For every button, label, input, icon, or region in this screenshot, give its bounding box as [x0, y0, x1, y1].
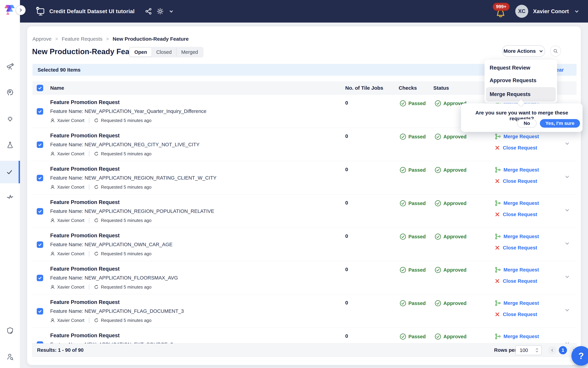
- rows-per-page-value: 100: [520, 348, 528, 353]
- merge-request-link[interactable]: Merge Request: [494, 267, 539, 273]
- request-title: Feature Promotion Request: [50, 166, 120, 172]
- breadcrumb-feature-requests[interactable]: Feature Requests: [62, 36, 102, 42]
- avatar[interactable]: XC: [515, 5, 528, 18]
- table-row: Feature Promotion Request Feature Name: …: [32, 161, 577, 194]
- close-request-link[interactable]: Close Request: [494, 212, 537, 217]
- share-icon[interactable]: [145, 8, 152, 15]
- rows-per-page-select[interactable]: 100: [515, 345, 542, 355]
- close-request-link[interactable]: Close Request: [494, 278, 537, 284]
- requester-name: Xavier Conort: [57, 251, 84, 257]
- check-circle-icon: [435, 300, 441, 307]
- page-1-button[interactable]: 1: [559, 346, 567, 354]
- check-circle-icon: [435, 133, 441, 140]
- previous-page-button[interactable]: [548, 346, 556, 354]
- sidebar: [0, 0, 20, 368]
- merge-request-link[interactable]: Merge Request: [494, 233, 539, 240]
- yes-button[interactable]: Yes, I'm sure: [540, 119, 580, 128]
- row-checkbox[interactable]: [37, 308, 43, 314]
- person-icon: [50, 251, 55, 256]
- search-button[interactable]: [550, 46, 561, 56]
- merge-request-link[interactable]: Merge Request: [494, 300, 539, 306]
- sidebar-item-user-search[interactable]: [0, 346, 20, 368]
- sidebar-item-governance[interactable]: [0, 320, 20, 342]
- tab-merged[interactable]: Merged: [176, 48, 203, 56]
- row-expand-chevron-icon[interactable]: [564, 207, 570, 213]
- user-name: Xavier Conort: [533, 8, 569, 15]
- row-checkbox[interactable]: [37, 175, 43, 181]
- feature-name: Feature Name: NEW_APPLICATION_FLOORSMAX_…: [50, 275, 178, 281]
- more-actions-label: More Actions: [503, 48, 536, 54]
- row-expand-chevron-icon[interactable]: [564, 307, 570, 313]
- approval-status: Approved: [435, 200, 466, 207]
- row-checkbox[interactable]: [37, 108, 43, 115]
- tile-jobs-value: 0: [345, 267, 348, 272]
- gear-icon[interactable]: [156, 8, 164, 15]
- close-request-link[interactable]: Close Request: [494, 145, 537, 151]
- row-checkbox[interactable]: [37, 241, 43, 248]
- tab-open[interactable]: Open: [130, 48, 151, 56]
- menu-item-approve-requests[interactable]: Approve Requests: [486, 75, 556, 86]
- row-expand-chevron-icon[interactable]: [564, 240, 570, 247]
- row-checkbox[interactable]: [37, 141, 43, 148]
- user-chevron-down-icon[interactable]: [574, 8, 580, 14]
- row-expand-chevron-icon[interactable]: [564, 140, 570, 147]
- close-request-link[interactable]: Close Request: [494, 178, 537, 184]
- sidebar-item-explore[interactable]: [0, 55, 20, 78]
- sidebar-item-use-cases[interactable]: [0, 81, 20, 103]
- no-button[interactable]: No: [517, 119, 537, 128]
- project-chevron-down-icon[interactable]: [168, 8, 174, 14]
- row-checkbox[interactable]: [37, 275, 43, 281]
- sidebar-toggle-button[interactable]: [16, 5, 26, 15]
- requested-time: Requested 5 minutes ago: [101, 218, 151, 223]
- checkmark-icon: [38, 109, 42, 114]
- more-actions-button[interactable]: More Actions: [502, 45, 545, 57]
- feature-name: Feature Name: NEW_APPLICATION_REG_CITY_N…: [50, 142, 200, 147]
- row-checkbox[interactable]: [37, 208, 43, 215]
- refresh-icon: [94, 251, 99, 256]
- approval-status: Approved: [435, 333, 466, 340]
- table-footer: Results: 1 - 90 of 90 Rows per page: 100…: [32, 343, 577, 357]
- check-circle-icon: [435, 267, 441, 273]
- close-request-link[interactable]: Close Request: [494, 245, 537, 251]
- page-title: New Production-Ready Feature: [32, 47, 143, 56]
- table-row: Feature Promotion Request Feature Name: …: [32, 228, 577, 261]
- breadcrumb-approve[interactable]: Approve: [32, 36, 52, 42]
- featurebyte-logo[interactable]: [4, 4, 15, 16]
- divider: [89, 251, 89, 257]
- merge-request-link[interactable]: Merge Request: [494, 200, 539, 206]
- row-expand-chevron-icon[interactable]: [564, 174, 570, 180]
- select-all-checkbox[interactable]: [37, 85, 43, 91]
- feature-name: Feature Name: NEW_APPLICATION_FLAG_DOCUM…: [50, 308, 184, 314]
- checks-status: Passed: [400, 233, 426, 240]
- breadcrumb-separator: >: [55, 37, 58, 42]
- x-icon: [494, 278, 500, 284]
- checks-status: Passed: [400, 200, 426, 207]
- sidebar-item-approve[interactable]: [0, 161, 20, 183]
- approval-status: Approved: [435, 233, 466, 240]
- checkmark-icon: [38, 86, 42, 90]
- merge-request-link[interactable]: Merge Request: [494, 133, 539, 140]
- column-status: Status: [433, 81, 449, 94]
- request-meta: Xavier Conort Requested 5 minutes ago: [50, 284, 151, 290]
- requester-name: Xavier Conort: [57, 151, 84, 156]
- sidebar-item-monitor[interactable]: [0, 186, 20, 208]
- merge-request-link[interactable]: Merge Request: [494, 333, 539, 340]
- sidebar-item-insights[interactable]: [0, 108, 20, 130]
- row-expand-chevron-icon[interactable]: [564, 274, 570, 280]
- notifications-bell[interactable]: 999+: [494, 3, 510, 19]
- merge-confirm-popover: Are you sure you want to merge these req…: [461, 103, 583, 132]
- sidebar-item-experiments[interactable]: [0, 134, 20, 156]
- person-icon: [50, 285, 55, 289]
- feature-name: Feature Name: NEW_APPLICATION_OWN_CAR_AG…: [50, 242, 173, 247]
- tile-jobs-value: 0: [345, 133, 348, 139]
- merge-request-link[interactable]: Merge Request: [494, 166, 539, 173]
- table-row: Feature Promotion Request Feature Name: …: [32, 128, 577, 161]
- tab-closed[interactable]: Closed: [151, 48, 176, 56]
- feature-name: Feature Name: NEW_APPLICATION_Year_Quart…: [50, 109, 206, 114]
- menu-item-request-review[interactable]: Request Review: [486, 62, 556, 74]
- approval-status: Approved: [435, 166, 466, 173]
- checks-status: Passed: [400, 267, 426, 273]
- approval-status: Approved: [435, 300, 466, 307]
- close-request-link[interactable]: Close Request: [494, 312, 537, 317]
- check-circle-icon: [435, 333, 441, 340]
